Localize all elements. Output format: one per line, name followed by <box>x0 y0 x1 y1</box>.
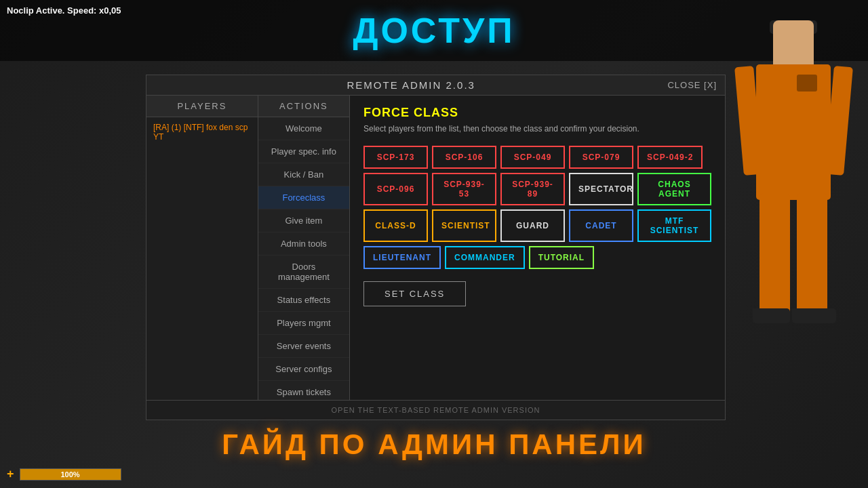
health-bar-fill: 100% <box>20 469 121 480</box>
class-btn-lieutenant[interactable]: LIEUTENANT <box>363 246 441 269</box>
class-btn-tutorial[interactable]: TUTORIAL <box>529 246 594 269</box>
players-column: PLAYERS [RA] (1) [NTF] fox den scp YT <box>146 96 258 400</box>
class-btn-guard[interactable]: GUARD <box>500 209 565 242</box>
health-plus-icon: + <box>7 467 14 481</box>
action-item-spawn-tickets[interactable]: Spawn tickets <box>258 381 349 400</box>
class-btn-mtf-scientist[interactable]: MTF SCIENTIST <box>637 209 711 242</box>
player-item[interactable]: [RA] (1) [NTF] fox den scp YT <box>146 117 258 147</box>
close-button[interactable]: CLOSE [X] <box>667 80 717 90</box>
char-left-shoe <box>753 308 790 323</box>
char-right-shoe <box>792 308 836 323</box>
force-class-desc: Select players from the list, then choos… <box>363 124 711 134</box>
class-btn-scp-049-2[interactable]: SCP-049-2 <box>637 146 703 169</box>
main-panel: REMOTE ADMIN 2.0.3 CLOSE [X] PLAYERS [RA… <box>146 75 726 420</box>
char-right-leg <box>797 193 827 315</box>
action-item-welcome[interactable]: Welcome <box>258 117 349 140</box>
action-item-give-item[interactable]: Give item <box>258 209 349 232</box>
main-title: ДОСТУП <box>353 10 515 51</box>
class-row-2: CLASS-DSCIENTISTGUARDCADETMTF SCIENTIST <box>363 209 711 242</box>
action-item-doors-management[interactable]: Doors management <box>258 256 349 289</box>
class-btn-spectator[interactable]: SPECTATOR <box>569 173 633 205</box>
class-btn-scp-106[interactable]: SCP-106 <box>432 146 496 169</box>
health-text: 100% <box>60 470 79 479</box>
noclip-text: Noclip Active. Speed: x0,05 <box>7 5 121 16</box>
class-btn-commander[interactable]: COMMANDER <box>445 246 525 269</box>
action-item-server-events[interactable]: Server events <box>258 335 349 358</box>
class-btn-scp-939-89[interactable]: SCP-939-89 <box>500 173 565 205</box>
health-bar-background: 100% <box>20 468 121 481</box>
class-btn-cadet[interactable]: CADET <box>569 209 633 242</box>
char-left-leg <box>760 193 790 315</box>
actions-column: ACTIONS WelcomePlayer spec. infoKick / B… <box>258 96 350 400</box>
class-btn-scientist[interactable]: SCIENTIST <box>432 209 496 242</box>
health-bar-container: + 100% <box>7 467 121 481</box>
action-item-admin-tools[interactable]: Admin tools <box>258 232 349 256</box>
actions-list: WelcomePlayer spec. infoKick / BanForcec… <box>258 117 349 400</box>
char-chest-patch <box>797 75 817 92</box>
panel-header: REMOTE ADMIN 2.0.3 CLOSE [X] <box>146 75 725 96</box>
class-row-1: SCP-096SCP-939-53SCP-939-89SPECTATORCHAO… <box>363 173 711 205</box>
action-item-status-effects[interactable]: Status effects <box>258 289 349 312</box>
force-class-title: FORCE CLASS <box>363 106 711 120</box>
action-item-kick-/-ban[interactable]: Kick / Ban <box>258 163 349 186</box>
players-header: PLAYERS <box>146 96 258 117</box>
class-grid: SCP-173SCP-106SCP-049SCP-079SCP-049-2SCP… <box>363 146 711 269</box>
panel-footer[interactable]: OPEN THE TEXT-BASED REMOTE ADMIN VERSION <box>146 400 725 420</box>
class-btn-chaos-agent[interactable]: CHAOS AGENT <box>637 173 711 205</box>
remote-admin-title: REMOTE ADMIN 2.0.3 <box>155 79 667 91</box>
character-figure <box>732 20 854 427</box>
bottom-title: ГАЙД ПО АДМИН ПАНЕЛИ <box>0 428 868 461</box>
action-item-forceclass[interactable]: Forceclass <box>258 186 349 209</box>
class-row-0: SCP-173SCP-106SCP-049SCP-079SCP-049-2 <box>363 146 711 169</box>
actions-header: ACTIONS <box>258 96 349 117</box>
char-head <box>773 20 814 68</box>
class-btn-class-d[interactable]: CLASS-D <box>363 209 428 242</box>
char-body <box>756 64 831 200</box>
class-btn-scp-049[interactable]: SCP-049 <box>500 146 565 169</box>
class-row-3: LIEUTENANTCOMMANDERTUTORIAL <box>363 246 711 269</box>
class-btn-scp-096[interactable]: SCP-096 <box>363 173 428 205</box>
class-btn-scp-939-53[interactable]: SCP-939-53 <box>432 173 496 205</box>
columns: PLAYERS [RA] (1) [NTF] fox den scp YT AC… <box>146 96 725 400</box>
action-item-players-mgmt[interactable]: Players mgmt <box>258 312 349 335</box>
action-item-server-configs[interactable]: Server configs <box>258 358 349 381</box>
action-item-player-spec.-info[interactable]: Player spec. info <box>258 140 349 163</box>
class-btn-scp-079[interactable]: SCP-079 <box>569 146 633 169</box>
content-column: FORCE CLASS Select players from the list… <box>350 96 725 400</box>
class-btn-scp-173[interactable]: SCP-173 <box>363 146 428 169</box>
set-class-button[interactable]: SET CLASS <box>363 281 466 306</box>
